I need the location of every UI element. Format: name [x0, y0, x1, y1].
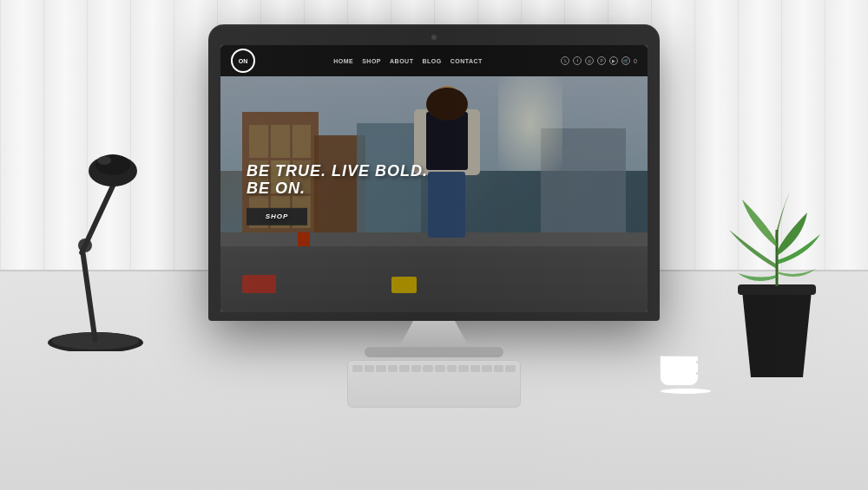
monitor-screen: ON HOME SHOP ABOUT BLOG CONTACT 𝕏 f: [220, 45, 648, 312]
coffee-cup: [660, 356, 712, 395]
cup-body: [660, 356, 699, 386]
cup-handle: [696, 361, 707, 375]
cup-saucer: [660, 388, 712, 395]
nav-link-shop[interactable]: SHOP: [362, 58, 381, 64]
light-flare: [498, 76, 562, 171]
hero-headline: BE TRUE. LIVE BOLD. BE ON. SHOP: [247, 163, 428, 225]
nav-social-icons: 𝕏 f ◎ P ▶ 🛒 0: [561, 56, 637, 65]
website-nav: ON HOME SHOP ABOUT BLOG CONTACT 𝕏 f: [220, 45, 648, 76]
monitor-camera: [431, 35, 437, 40]
potted-plant: [720, 186, 833, 377]
key: [470, 365, 481, 372]
key: [494, 365, 504, 372]
cart-icon[interactable]: 🛒: [621, 56, 630, 65]
svg-rect-4: [78, 175, 120, 256]
twitter-icon[interactable]: 𝕏: [561, 56, 569, 65]
key: [399, 365, 410, 372]
monitor-foot: [365, 347, 503, 357]
monitor-body: ON HOME SHOP ABOUT BLOG CONTACT 𝕏 f: [208, 24, 660, 321]
nav-link-blog[interactable]: BLOG: [422, 58, 441, 64]
facebook-icon[interactable]: f: [573, 56, 582, 65]
svg-marker-9: [742, 291, 812, 377]
keyboard: [347, 360, 521, 408]
svg-point-8: [97, 156, 111, 165]
key: [365, 365, 375, 372]
nav-link-about[interactable]: ABOUT: [390, 58, 413, 64]
website-logo: ON: [231, 49, 255, 73]
nav-links: HOME SHOP ABOUT BLOG CONTACT: [333, 58, 483, 64]
key: [482, 365, 492, 372]
key: [505, 365, 516, 372]
monitor: ON HOME SHOP ABOUT BLOG CONTACT 𝕏 f: [208, 24, 660, 357]
youtube-icon[interactable]: ▶: [609, 56, 618, 65]
shop-button[interactable]: SHOP: [247, 207, 307, 225]
key: [411, 365, 422, 372]
key: [388, 365, 398, 372]
room: ON HOME SHOP ABOUT BLOG CONTACT 𝕏 f: [0, 0, 868, 490]
key: [376, 365, 386, 372]
svg-rect-2: [80, 248, 98, 343]
instagram-icon[interactable]: ◎: [585, 56, 594, 65]
headline-line1: BE TRUE. LIVE BOLD.: [247, 163, 428, 180]
key: [435, 365, 445, 372]
plant-svg: [720, 186, 833, 377]
logo-text: ON: [239, 58, 248, 64]
key: [423, 365, 433, 372]
nav-link-home[interactable]: HOME: [333, 58, 353, 64]
cart-count: 0: [634, 58, 637, 64]
nav-link-contact[interactable]: CONTACT: [450, 58, 483, 64]
monitor-stand: [399, 321, 469, 347]
lamp-svg: [17, 108, 174, 351]
key: [352, 365, 363, 372]
headline-line2: BE ON.: [247, 180, 428, 198]
key: [447, 365, 457, 372]
key: [458, 365, 469, 372]
website-display: ON HOME SHOP ABOUT BLOG CONTACT 𝕏 f: [220, 45, 648, 312]
pinterest-icon[interactable]: P: [597, 56, 606, 65]
desk-lamp: [17, 108, 191, 369]
hero-section: BE TRUE. LIVE BOLD. BE ON. SHOP: [220, 76, 648, 312]
